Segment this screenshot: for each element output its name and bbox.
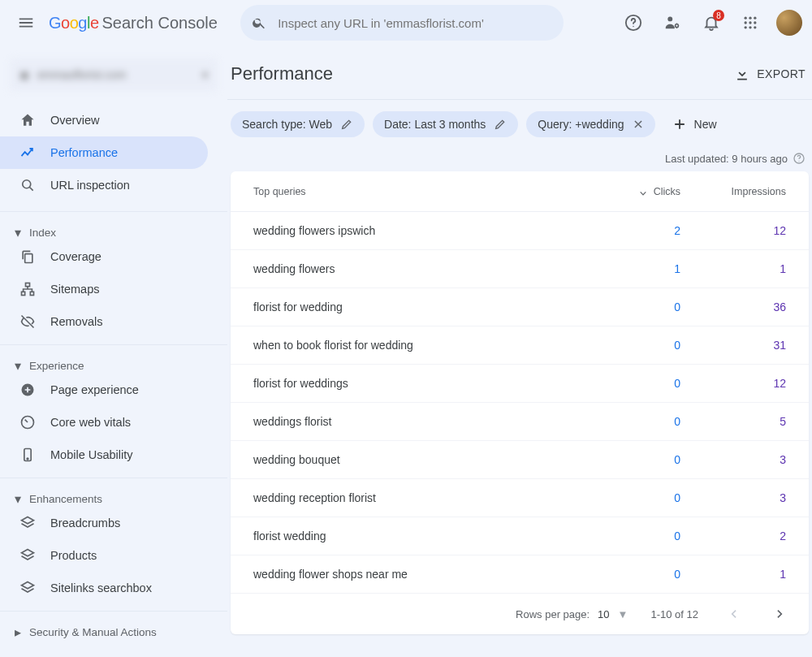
help-icon[interactable] [793,152,806,165]
nav-removals[interactable]: Removals [0,305,208,338]
next-page-button[interactable] [768,602,793,626]
add-filter-button[interactable]: New [663,111,725,137]
cell-query: wedding flower shops near me [253,568,575,581]
arrow-down-icon [637,186,649,197]
divider [227,99,812,100]
logo[interactable]: Google Search Console [49,14,218,32]
sidebar: ◉emmasflorist.com▾ Overview Performance … [0,45,227,657]
sitemap-icon [19,281,36,297]
nav-breadcrumbs[interactable]: Breadcrumbs [0,507,208,539]
cell-impressions: 5 [680,415,786,428]
table-row[interactable]: florist wedding02 [231,517,809,555]
copy-icon [19,249,36,265]
url-inspect-search[interactable] [240,5,564,41]
nav-label: Sitelinks searchbox [50,581,152,594]
chevron-right-icon: ▸ [15,625,21,640]
svg-point-21 [27,458,28,460]
svg-rect-16 [22,292,25,295]
pencil-icon [340,118,353,131]
nav-core-web-vitals[interactable]: Core web vitals [0,406,208,439]
nav-label: Overview [50,114,99,127]
cell-impressions: 3 [680,453,786,466]
chip-search-type[interactable]: Search type: Web [231,111,365,137]
cell-impressions: 2 [680,529,786,542]
nav-coverage[interactable]: Coverage [0,240,208,273]
svg-point-8 [749,21,751,24]
nav-performance[interactable]: Performance [0,136,208,169]
nav-sitemaps[interactable]: Sitemaps [0,273,208,305]
nav-mobile-usability[interactable]: Mobile Usability [0,439,208,471]
group-index[interactable]: ▾ Index [0,211,227,240]
export-button[interactable]: EXPORT [734,66,806,82]
prev-page-button[interactable] [721,602,745,626]
property-selector[interactable]: ◉emmasflorist.com▾ [10,58,218,91]
cell-query: florist for weddings [253,377,575,390]
cell-impressions: 31 [680,339,786,352]
group-security[interactable]: ▸ Security & Manual Actions [0,611,227,640]
col-clicks[interactable]: Clicks [575,186,680,197]
table-row[interactable]: wedding flower shops near me01 [231,555,809,594]
nav-label: Mobile Usability [50,448,133,461]
group-experience[interactable]: ▾ Experience [0,344,227,374]
page-range: 1-10 of 12 [650,608,698,620]
notifications-icon[interactable]: 8 [695,6,728,39]
cell-query: weddings florist [253,415,575,428]
cell-clicks: 1 [575,262,680,275]
table-row[interactable]: weddings florist05 [231,403,809,441]
svg-point-7 [745,21,747,24]
google-word: Google [49,14,99,32]
svg-point-4 [745,17,747,19]
close-icon[interactable] [633,119,644,130]
user-settings-icon[interactable] [656,6,689,39]
svg-point-23 [798,161,799,162]
chip-date[interactable]: Date: Last 3 months [373,111,518,137]
group-label: Index [29,227,56,239]
nav-overview[interactable]: Overview [0,104,208,136]
table-row[interactable]: when to book florist for wedding031 [231,326,809,365]
apps-icon[interactable] [734,6,767,39]
rows-per-page[interactable]: Rows per page: 10 ▼ [516,608,628,620]
col-impressions[interactable]: Impressions [680,186,786,197]
nav-products[interactable]: Products [0,539,208,572]
nav-label: Breadcrumbs [50,517,120,529]
table-row[interactable]: florist for wedding036 [231,288,809,326]
cell-clicks: 0 [575,453,680,466]
cell-clicks: 0 [575,377,680,390]
menu-icon[interactable] [10,6,42,39]
cell-query: wedding flowers [253,262,575,275]
nav-url-inspection[interactable]: URL inspection [0,169,208,201]
svg-rect-14 [25,254,32,263]
url-inspect-input[interactable] [276,15,552,31]
nav-sitelinks-searchbox[interactable]: Sitelinks searchbox [0,572,208,604]
table-row[interactable]: wedding bouquet03 [231,441,809,479]
cell-clicks: 0 [575,529,680,542]
notification-badge: 8 [713,10,724,21]
nav-label: Removals [50,315,102,328]
nav-label: Page experience [50,383,139,396]
main-content: Performance EXPORT Search type: Web Date… [227,45,812,657]
mobile-icon [19,447,36,463]
cell-query: wedding bouquet [253,453,575,466]
group-label: Security & Manual Actions [29,626,157,638]
table-row[interactable]: florist for weddings012 [231,365,809,403]
product-name: Search Console [102,14,218,32]
search-icon [252,15,266,31]
nav-page-experience[interactable]: Page experience [0,374,208,406]
chip-label: Query: +wedding [538,118,624,131]
col-top-queries[interactable]: Top queries [253,186,575,197]
svg-point-9 [754,21,756,24]
avatar[interactable] [776,10,802,36]
table-row[interactable]: wedding reception florist03 [231,479,809,517]
nav-label: Products [50,549,97,562]
chevron-right-icon [772,606,788,622]
svg-point-12 [754,26,756,28]
group-label: Enhancements [29,493,102,505]
table-row[interactable]: wedding flowers ipswich212 [231,212,809,250]
chip-query[interactable]: Query: +wedding [526,111,654,137]
table-row[interactable]: wedding flowers11 [231,250,809,288]
help-icon[interactable] [617,6,650,39]
new-label: New [694,118,717,131]
group-enhancements[interactable]: ▾ Enhancements [0,478,227,507]
chevron-down-icon: ▾ [15,225,21,240]
layers-icon [19,547,36,564]
